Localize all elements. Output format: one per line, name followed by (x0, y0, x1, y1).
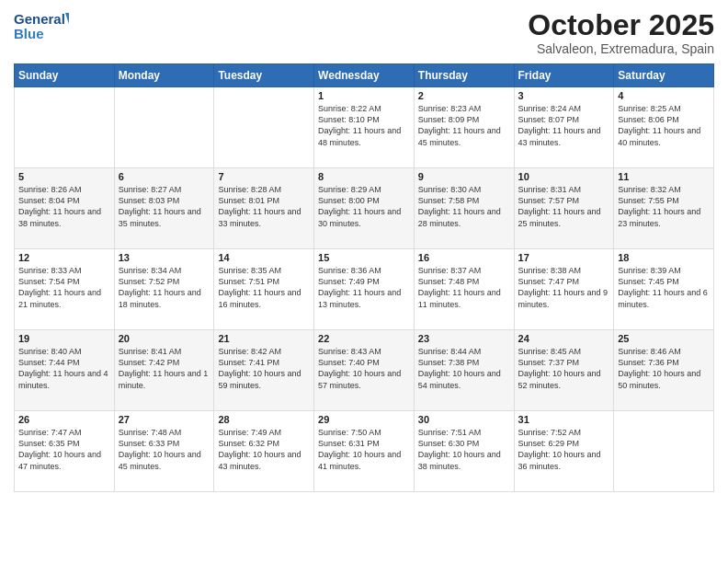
day-number-8: 8 (318, 171, 410, 182)
day-cell-17: 17Sunrise: 8:38 AMSunset: 7:47 PMDayligh… (514, 249, 614, 330)
day-info-line: Daylight: 10 hours and 41 minutes. (318, 449, 410, 471)
calendar-header-row: SundayMondayTuesdayWednesdayThursdayFrid… (15, 64, 714, 87)
day-info-line: Daylight: 11 hours and 40 minutes. (618, 125, 710, 147)
day-info-line: Sunrise: 8:31 AM (518, 184, 610, 195)
day-number-5: 5 (18, 171, 110, 182)
day-cell-10: 10Sunrise: 8:31 AMSunset: 7:57 PMDayligh… (514, 168, 614, 249)
day-info-line: Sunrise: 8:34 AM (119, 265, 210, 276)
day-info-line: Sunset: 7:37 PM (518, 357, 610, 368)
day-cell-26: 26Sunrise: 7:47 AMSunset: 6:35 PMDayligh… (15, 411, 115, 492)
day-info-line: Daylight: 10 hours and 38 minutes. (418, 449, 510, 471)
day-number-24: 24 (518, 333, 610, 344)
day-info-line: Daylight: 11 hours and 4 minutes. (18, 368, 110, 390)
day-info-line: Daylight: 11 hours and 48 minutes. (318, 125, 410, 147)
day-info-line: Sunset: 8:06 PM (618, 114, 710, 125)
day-info-line: Sunset: 8:04 PM (18, 195, 110, 206)
day-info-line: Sunrise: 8:35 AM (218, 265, 310, 276)
day-info-line: Sunset: 8:07 PM (518, 114, 610, 125)
day-info-line: Sunrise: 8:36 AM (318, 265, 410, 276)
day-number-3: 3 (518, 90, 610, 101)
day-cell-12: 12Sunrise: 8:33 AMSunset: 7:54 PMDayligh… (15, 249, 115, 330)
day-info-line: Daylight: 11 hours and 35 minutes. (119, 206, 210, 228)
week-row-2: 5Sunrise: 8:26 AMSunset: 8:04 PMDaylight… (15, 168, 714, 249)
header-thursday: Thursday (414, 64, 514, 87)
day-info-line: Sunset: 6:29 PM (518, 438, 610, 449)
day-info-line: Sunrise: 8:37 AM (418, 265, 510, 276)
empty-cell (114, 87, 214, 168)
day-cell-29: 29Sunrise: 7:50 AMSunset: 6:31 PMDayligh… (314, 411, 415, 492)
day-info-line: Sunset: 6:32 PM (218, 438, 310, 449)
day-info-line: Sunrise: 8:33 AM (18, 265, 110, 276)
day-info-line: Sunrise: 8:24 AM (518, 103, 610, 114)
day-number-26: 26 (18, 414, 110, 425)
day-info-line: Daylight: 11 hours and 38 minutes. (18, 206, 110, 228)
day-info-line: Sunset: 7:57 PM (518, 195, 610, 206)
day-number-1: 1 (318, 90, 410, 101)
day-info-line: Sunrise: 8:27 AM (119, 184, 210, 195)
logo-icon: General Blue (14, 9, 69, 42)
svg-text:General: General (14, 11, 65, 27)
day-info-line: Sunset: 8:10 PM (318, 114, 410, 125)
day-cell-18: 18Sunrise: 8:39 AMSunset: 7:45 PMDayligh… (614, 249, 714, 330)
day-info-line: Daylight: 11 hours and 9 minutes. (518, 287, 610, 309)
day-cell-5: 5Sunrise: 8:26 AMSunset: 8:04 PMDaylight… (15, 168, 115, 249)
day-info-line: Sunrise: 8:23 AM (418, 103, 510, 114)
svg-text:Blue: Blue (14, 26, 44, 41)
day-number-19: 19 (18, 333, 110, 344)
day-number-13: 13 (119, 252, 210, 263)
day-cell-30: 30Sunrise: 7:51 AMSunset: 6:30 PMDayligh… (414, 411, 514, 492)
day-cell-31: 31Sunrise: 7:52 AMSunset: 6:29 PMDayligh… (514, 411, 614, 492)
day-info-line: Sunset: 7:44 PM (18, 357, 110, 368)
day-cell-6: 6Sunrise: 8:27 AMSunset: 8:03 PMDaylight… (114, 168, 214, 249)
day-info-line: Sunset: 7:41 PM (218, 357, 310, 368)
day-number-31: 31 (518, 414, 610, 425)
day-number-30: 30 (418, 414, 510, 425)
day-cell-16: 16Sunrise: 8:37 AMSunset: 7:48 PMDayligh… (414, 249, 514, 330)
day-number-29: 29 (318, 414, 410, 425)
day-cell-14: 14Sunrise: 8:35 AMSunset: 7:51 PMDayligh… (214, 249, 314, 330)
week-row-4: 19Sunrise: 8:40 AMSunset: 7:44 PMDayligh… (15, 330, 714, 411)
week-row-1: 1Sunrise: 8:22 AMSunset: 8:10 PMDaylight… (15, 87, 714, 168)
day-info-line: Daylight: 11 hours and 18 minutes. (119, 287, 210, 309)
calendar-table: SundayMondayTuesdayWednesdayThursdayFrid… (14, 63, 714, 492)
day-info-line: Sunset: 8:00 PM (318, 195, 410, 206)
day-info-line: Daylight: 11 hours and 28 minutes. (418, 206, 510, 228)
day-info-line: Daylight: 10 hours and 43 minutes. (218, 449, 310, 471)
day-info-line: Daylight: 10 hours and 36 minutes. (518, 449, 610, 471)
day-cell-28: 28Sunrise: 7:49 AMSunset: 6:32 PMDayligh… (214, 411, 314, 492)
day-info-line: Sunset: 7:54 PM (18, 276, 110, 287)
day-info-line: Sunrise: 8:43 AM (318, 346, 410, 357)
day-info-line: Sunset: 7:51 PM (218, 276, 310, 287)
day-cell-24: 24Sunrise: 8:45 AMSunset: 7:37 PMDayligh… (514, 330, 614, 411)
day-info-line: Sunrise: 8:44 AM (418, 346, 510, 357)
day-info-line: Daylight: 11 hours and 11 minutes. (418, 287, 510, 309)
day-info-line: Sunrise: 8:45 AM (518, 346, 610, 357)
day-info-line: Sunset: 7:42 PM (119, 357, 210, 368)
day-number-23: 23 (418, 333, 510, 344)
header-monday: Monday (114, 64, 214, 87)
day-info-line: Daylight: 11 hours and 23 minutes. (618, 206, 710, 228)
day-number-15: 15 (318, 252, 410, 263)
day-cell-3: 3Sunrise: 8:24 AMSunset: 8:07 PMDaylight… (514, 87, 614, 168)
day-number-22: 22 (318, 333, 410, 344)
day-info-line: Sunset: 7:38 PM (418, 357, 510, 368)
day-info-line: Sunrise: 8:40 AM (18, 346, 110, 357)
day-info-line: Sunrise: 7:48 AM (119, 427, 210, 438)
day-info-line: Daylight: 10 hours and 52 minutes. (518, 368, 610, 390)
day-cell-22: 22Sunrise: 8:43 AMSunset: 7:40 PMDayligh… (314, 330, 415, 411)
day-info-line: Sunrise: 7:49 AM (218, 427, 310, 438)
day-info-line: Sunrise: 8:46 AM (618, 346, 710, 357)
header-friday: Friday (514, 64, 614, 87)
day-info-line: Daylight: 11 hours and 6 minutes. (618, 287, 710, 309)
day-number-6: 6 (119, 171, 210, 182)
day-info-line: Sunset: 8:01 PM (218, 195, 310, 206)
day-info-line: Sunrise: 8:42 AM (218, 346, 310, 357)
day-info-line: Daylight: 10 hours and 59 minutes. (218, 368, 310, 390)
day-number-17: 17 (518, 252, 610, 263)
day-info-line: Sunrise: 8:26 AM (18, 184, 110, 195)
day-cell-19: 19Sunrise: 8:40 AMSunset: 7:44 PMDayligh… (15, 330, 115, 411)
day-info-line: Sunset: 6:31 PM (318, 438, 410, 449)
day-info-line: Sunrise: 8:39 AM (618, 265, 710, 276)
day-cell-11: 11Sunrise: 8:32 AMSunset: 7:55 PMDayligh… (614, 168, 714, 249)
day-number-10: 10 (518, 171, 610, 182)
